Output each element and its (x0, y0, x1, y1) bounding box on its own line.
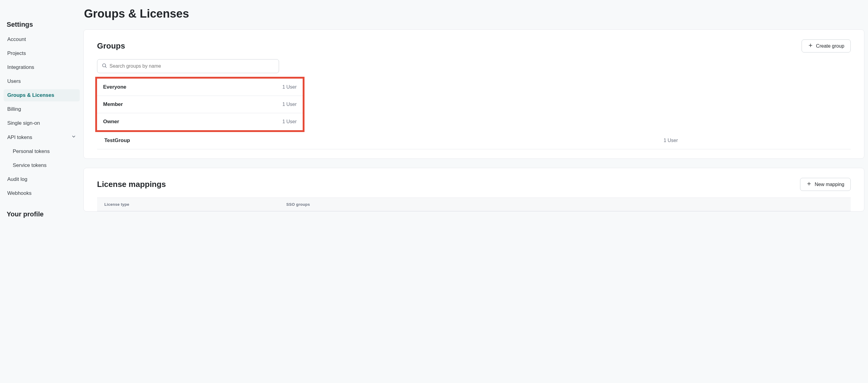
column-header-sso-groups: SSO groups (286, 202, 310, 207)
sidebar-item-billing[interactable]: Billing (4, 103, 80, 115)
group-user-count: 1 User (282, 102, 297, 107)
group-user-count: 1 User (663, 138, 678, 143)
group-row-member[interactable]: Member 1 User (97, 96, 303, 113)
sidebar-heading-profile: Your profile (4, 201, 80, 223)
sidebar-item-audit-log[interactable]: Audit log (4, 173, 80, 185)
sidebar-subitem-personal-tokens[interactable]: Personal tokens (4, 145, 80, 157)
sidebar-item-single-sign-on[interactable]: Single sign-on (4, 117, 80, 129)
create-group-button[interactable]: Create group (802, 39, 851, 53)
group-row-testgroup[interactable]: TestGroup 1 User (97, 132, 851, 149)
chevron-down-icon (71, 134, 76, 141)
group-user-count: 1 User (282, 84, 297, 90)
sidebar-item-label: Audit log (7, 176, 27, 182)
new-mapping-button[interactable]: New mapping (800, 178, 851, 191)
svg-point-2 (102, 64, 106, 67)
column-header-license-type: License type (104, 202, 286, 207)
group-name: Member (103, 101, 123, 108)
sidebar-item-groups-licenses[interactable]: Groups & Licenses (4, 89, 80, 101)
svg-line-3 (105, 66, 106, 67)
license-table-header: License type SSO groups (97, 198, 851, 211)
sidebar-item-label: Service tokens (13, 163, 47, 168)
sidebar-item-account[interactable]: Account (4, 33, 80, 46)
sidebar-item-integrations[interactable]: Integrations (4, 61, 80, 73)
plus-icon (806, 181, 812, 187)
sidebar-item-users[interactable]: Users (4, 75, 80, 87)
sidebar-item-label: Users (7, 78, 21, 84)
sidebar-subitem-service-tokens[interactable]: Service tokens (4, 159, 80, 172)
button-label: Create group (816, 43, 844, 49)
sidebar-item-webhooks[interactable]: Webhooks (4, 187, 80, 199)
group-row-owner[interactable]: Owner 1 User (97, 113, 303, 130)
sidebar-item-label: Billing (7, 106, 21, 112)
sidebar-item-label: API tokens (7, 135, 32, 141)
sidebar-item-api-tokens[interactable]: API tokens (4, 131, 80, 144)
sidebar-heading-settings: Settings (4, 6, 80, 33)
license-mappings-card: License mappings New mapping License typ… (84, 168, 864, 211)
sidebar-item-projects[interactable]: Projects (4, 47, 80, 59)
group-row-everyone[interactable]: Everyone 1 User (97, 79, 303, 96)
plus-icon (808, 43, 813, 49)
page-title: Groups & Licenses (84, 7, 864, 20)
groups-card-title: Groups (97, 41, 125, 51)
group-name: Everyone (103, 84, 126, 90)
search-icon (102, 63, 107, 69)
main-content: Groups & Licenses Groups Create group (84, 0, 868, 383)
button-label: New mapping (815, 182, 844, 187)
sidebar-item-label: Personal tokens (13, 148, 50, 154)
group-name: Owner (103, 119, 119, 125)
group-search-input[interactable] (110, 63, 275, 69)
highlighted-default-groups: Everyone 1 User Member 1 User Owner 1 Us… (95, 77, 305, 132)
group-search-box[interactable] (97, 59, 279, 73)
group-user-count: 1 User (282, 119, 297, 124)
license-card-title: License mappings (97, 180, 166, 189)
sidebar-item-label: Account (7, 36, 26, 42)
sidebar-item-label: Single sign-on (7, 120, 40, 126)
groups-card: Groups Create group (84, 29, 864, 159)
sidebar-item-label: Projects (7, 50, 26, 56)
sidebar-item-label: Webhooks (7, 190, 32, 196)
group-name: TestGroup (104, 138, 130, 144)
settings-sidebar: Settings Account Projects Integrations U… (0, 0, 84, 383)
sidebar-item-label: Integrations (7, 64, 34, 70)
sidebar-item-label: Groups & Licenses (7, 92, 54, 98)
